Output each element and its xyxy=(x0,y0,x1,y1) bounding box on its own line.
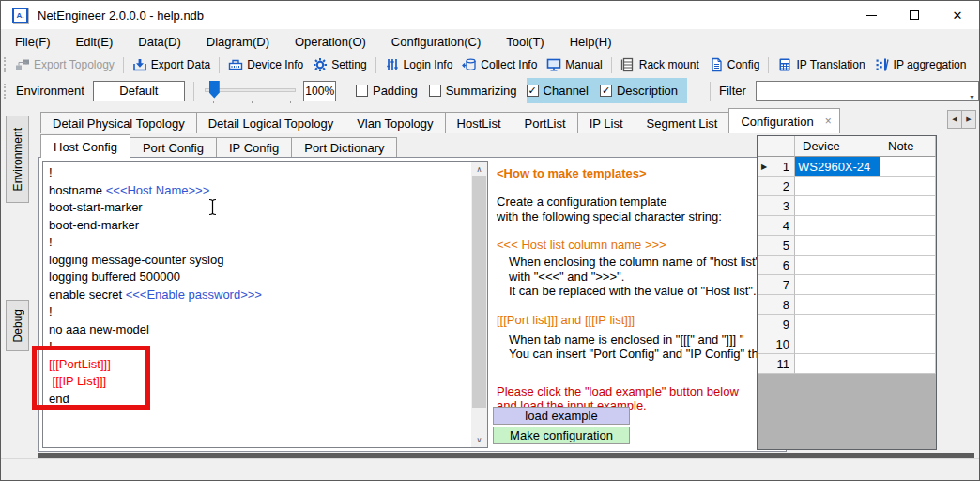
menu-configuration[interactable]: Configuration(C) xyxy=(382,31,490,53)
device-cell[interactable] xyxy=(795,216,880,236)
toolbar-login-info[interactable]: Login Info xyxy=(380,56,458,73)
device-cell[interactable]: WS2960X-24 xyxy=(795,157,880,177)
row-header[interactable]: 6 xyxy=(758,256,795,275)
menu-data[interactable]: Data(D) xyxy=(129,31,191,53)
note-cell[interactable] xyxy=(880,354,936,374)
table-row[interactable]: 9 xyxy=(758,315,936,334)
checkbox-channel[interactable]: ✓ Channel xyxy=(527,84,589,98)
row-header[interactable]: ▶1 xyxy=(758,157,795,177)
filter-input[interactable] xyxy=(756,81,979,101)
note-column-header[interactable]: Note xyxy=(880,136,936,157)
channel-checkbox[interactable]: ✓ xyxy=(527,85,539,97)
note-cell[interactable] xyxy=(880,295,936,315)
table-row[interactable]: 3 xyxy=(758,196,936,216)
note-cell[interactable] xyxy=(880,315,936,334)
tab-scroll-left-button[interactable]: ◀ xyxy=(947,110,962,129)
device-cell[interactable] xyxy=(795,315,880,334)
summarizing-checkbox[interactable] xyxy=(429,85,441,97)
table-row[interactable]: 8 xyxy=(758,295,936,315)
table-row[interactable]: 6 xyxy=(758,256,936,275)
sidebar-item-debug[interactable]: Debug xyxy=(6,300,29,351)
checkbox-padding[interactable]: Padding xyxy=(356,84,418,98)
menu-operation[interactable]: Operation(O) xyxy=(285,31,375,53)
splitter-bar[interactable] xyxy=(38,453,974,458)
environment-selector[interactable]: Default xyxy=(93,81,185,101)
subtab-port-config[interactable]: Port Config xyxy=(130,137,217,158)
load-example-button[interactable]: load example xyxy=(493,407,630,425)
device-cell[interactable] xyxy=(795,177,880,196)
close-button[interactable]: ✕ xyxy=(936,1,979,29)
menu-help[interactable]: Help(H) xyxy=(560,31,621,53)
tab-close-icon[interactable]: × xyxy=(825,115,832,128)
note-cell[interactable] xyxy=(880,256,936,275)
zoom-percent-field[interactable]: 100% xyxy=(303,81,336,101)
note-cell[interactable] xyxy=(880,216,936,236)
tab-segment-list[interactable]: Segment List xyxy=(635,112,730,133)
toolbar-device-info[interactable]: Device Info xyxy=(223,56,308,73)
minimize-button[interactable] xyxy=(850,1,893,29)
toolbar-rack-mount[interactable]: Rack mount xyxy=(616,56,704,73)
sidebar-item-environment[interactable]: Environment xyxy=(6,116,29,203)
table-row[interactable]: 5 xyxy=(758,236,936,256)
menu-file[interactable]: File(F) xyxy=(6,31,60,53)
toolbar-collect-info[interactable]: Collect Info xyxy=(457,56,542,73)
table-row[interactable]: 11 xyxy=(758,354,936,374)
toolbar-ip-aggregation[interactable]: IP aggregation xyxy=(870,56,972,73)
row-header[interactable]: 3 xyxy=(758,196,795,216)
table-row[interactable]: 2 xyxy=(758,177,936,196)
row-header[interactable]: 9 xyxy=(758,315,795,334)
tab-scroll-right-button[interactable]: ▶ xyxy=(961,110,976,129)
row-header[interactable]: 5 xyxy=(758,236,795,256)
table-corner-cell[interactable] xyxy=(758,136,795,157)
checkbox-description[interactable]: ✓ Description xyxy=(600,84,678,98)
checkbox-summarizing[interactable]: Summarizing xyxy=(429,84,517,98)
menu-diagram[interactable]: Diagram(D) xyxy=(197,31,279,53)
scroll-up-icon[interactable]: ∧ xyxy=(471,162,487,177)
row-header[interactable]: 11 xyxy=(758,354,795,374)
row-header[interactable]: 8 xyxy=(758,295,795,315)
row-header[interactable]: 7 xyxy=(758,275,795,295)
maximize-button[interactable] xyxy=(893,1,936,29)
device-cell[interactable] xyxy=(795,275,880,295)
device-cell[interactable] xyxy=(795,354,880,374)
zoom-slider-thumb[interactable] xyxy=(209,81,220,99)
device-cell[interactable] xyxy=(795,196,880,216)
note-cell[interactable] xyxy=(880,177,936,196)
zoom-slider[interactable] xyxy=(203,79,299,103)
tab-hostlist[interactable]: HostList xyxy=(445,112,513,133)
device-column-header[interactable]: Device xyxy=(795,136,880,157)
make-configuration-button[interactable]: Make configuration xyxy=(493,427,630,444)
scrollbar-thumb[interactable] xyxy=(472,176,486,408)
subtab-ip-config[interactable]: IP Config xyxy=(216,137,292,158)
row-header[interactable]: 4 xyxy=(758,216,795,236)
padding-checkbox[interactable] xyxy=(356,85,368,97)
tab-vlan-topology[interactable]: Vlan Topology xyxy=(345,112,445,133)
toolbar-config[interactable]: Config xyxy=(704,56,765,73)
tab-detail-logical-topology[interactable]: Detail Logical Topology xyxy=(196,112,345,133)
row-header[interactable]: 10 xyxy=(758,334,795,354)
toolbar-manual[interactable]: Manual xyxy=(542,56,606,73)
device-cell[interactable] xyxy=(795,236,880,256)
description-checkbox[interactable]: ✓ xyxy=(600,85,612,97)
note-cell[interactable] xyxy=(880,157,936,177)
tab-configuration[interactable]: Configuration × xyxy=(728,108,839,133)
table-row[interactable]: 7 xyxy=(758,275,936,295)
device-cell[interactable] xyxy=(795,256,880,275)
tab-detail-physical-topology[interactable]: Detail Physical Topology xyxy=(40,112,197,133)
note-cell[interactable] xyxy=(880,236,936,256)
device-cell[interactable] xyxy=(795,334,880,354)
tab-ip-list[interactable]: IP List xyxy=(577,112,635,133)
note-cell[interactable] xyxy=(880,196,936,216)
row-header[interactable]: 2 xyxy=(758,177,795,196)
tab-portlist[interactable]: PortList xyxy=(513,112,578,133)
editor-scrollbar[interactable]: ∧ ∨ xyxy=(471,162,487,447)
toolbar-overflow-button[interactable]: ▼ xyxy=(966,79,978,103)
note-cell[interactable] xyxy=(880,275,936,295)
menu-tool[interactable]: Tool(T) xyxy=(497,31,553,53)
table-row[interactable]: 4 xyxy=(758,216,936,236)
table-row[interactable]: ▶1 WS2960X-24 xyxy=(758,157,936,177)
device-cell[interactable] xyxy=(795,295,880,315)
config-editor[interactable]: ! hostname <<<Host Name>>> boot-start-ma… xyxy=(42,161,488,448)
toolbar-export-data[interactable]: Export Data xyxy=(128,56,215,73)
toolbar-setting[interactable]: Setting xyxy=(308,56,371,73)
